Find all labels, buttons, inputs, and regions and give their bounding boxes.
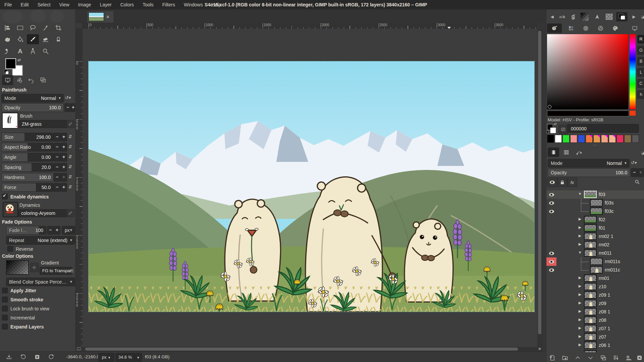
color-tab-watercolor[interactable] bbox=[581, 23, 591, 33]
swap-colors-icon[interactable]: ⇄ bbox=[17, 58, 21, 62]
layers-collapse-icon[interactable]: ◪ bbox=[638, 148, 644, 158]
layer-row[interactable]: ▶ f02 bbox=[546, 216, 644, 224]
layer-search-icon[interactable] bbox=[634, 179, 640, 186]
merge-layer-button[interactable] bbox=[611, 353, 621, 362]
tab-colors[interactable] bbox=[616, 12, 628, 21]
menu-colors[interactable]: Colors bbox=[116, 0, 138, 9]
color-tab-cmyk[interactable] bbox=[566, 23, 576, 33]
tool-clone[interactable] bbox=[52, 34, 64, 44]
layer-row[interactable]: rm011s bbox=[546, 257, 644, 266]
size-minus-button[interactable]: − bbox=[54, 133, 60, 141]
saturation-value-square[interactable] bbox=[547, 34, 628, 109]
image-tab[interactable]: ✕ bbox=[87, 11, 113, 22]
layer-row[interactable]: ▶ z07 bbox=[546, 333, 644, 341]
layer-row[interactable]: ▶ z07 1 bbox=[546, 324, 644, 333]
tab-undo-history[interactable] bbox=[25, 75, 37, 85]
tab-scroll-left-icon[interactable]: ◀ bbox=[547, 12, 557, 21]
layer-row[interactable]: ▶ z08 1 bbox=[546, 308, 644, 316]
tab-channels[interactable] bbox=[560, 147, 572, 157]
expand-layers-checkbox[interactable]: Expand Layers bbox=[2, 324, 44, 329]
spacing-minus-button[interactable]: − bbox=[54, 163, 60, 172]
menu-windows[interactable]: Windows bbox=[179, 0, 207, 9]
tab-images[interactable] bbox=[37, 75, 48, 85]
expander-icon[interactable]: ▶ bbox=[578, 309, 582, 313]
aspect-plus-button[interactable]: + bbox=[60, 143, 67, 152]
tool-fuzzy-select[interactable] bbox=[40, 23, 52, 33]
fg-bg-mini[interactable]: ⇄ bbox=[547, 124, 557, 134]
hue-strip[interactable] bbox=[630, 34, 636, 109]
layer-row-partial[interactable] bbox=[546, 350, 644, 352]
tool-free-select[interactable] bbox=[27, 23, 39, 33]
force-link-icon[interactable]: ⇵ bbox=[68, 183, 72, 191]
dynamics-name[interactable]: coloring-Aryeom bbox=[18, 209, 71, 217]
history-swatch[interactable] bbox=[586, 135, 593, 143]
mode-reset-icon[interactable]: ↺▾ bbox=[65, 94, 71, 102]
tab-gradients[interactable] bbox=[581, 13, 589, 21]
history-swatch[interactable] bbox=[555, 135, 562, 143]
apply-jitter-checkbox[interactable]: Apply Jitter bbox=[2, 288, 36, 293]
hardness-link-icon[interactable]: ⇵ bbox=[68, 173, 72, 181]
tab-selection-editor[interactable] bbox=[604, 12, 614, 21]
layer-row[interactable]: f03c bbox=[546, 207, 644, 216]
angle-slider[interactable]: Angle0.00 bbox=[1, 153, 54, 162]
effects-header-icon[interactable]: fx bbox=[567, 178, 577, 187]
size-slider[interactable]: Size298.00 bbox=[1, 133, 54, 141]
brush-name[interactable]: ZM-grass bbox=[19, 120, 71, 128]
channel-button-b[interactable]: B bbox=[637, 57, 644, 66]
aspect-minus-button[interactable]: − bbox=[54, 143, 60, 152]
tab-paths[interactable] bbox=[573, 147, 585, 157]
channel-button-l[interactable]: L bbox=[637, 68, 644, 77]
layer-row[interactable]: ▶ z06 1 bbox=[546, 341, 644, 350]
gradient-thumbnail[interactable] bbox=[6, 260, 29, 275]
zoom-value[interactable]: 34.6 % bbox=[116, 353, 135, 362]
tool-text[interactable]: A bbox=[14, 46, 26, 56]
reset-tool-preset-icon[interactable] bbox=[47, 353, 56, 361]
tab-tool-preview[interactable] bbox=[592, 12, 602, 21]
reverse-box[interactable] bbox=[7, 246, 13, 252]
menu-edit[interactable]: Edit bbox=[16, 0, 33, 9]
unit-dropdown[interactable]: px ▼ bbox=[98, 353, 114, 362]
channel-button-r[interactable]: R bbox=[637, 35, 644, 44]
visibility-eye[interactable] bbox=[546, 190, 556, 199]
blend-color-space-dropdown[interactable]: Blend Color Space Perce…▼ bbox=[6, 278, 75, 286]
angle-plus-button[interactable]: + bbox=[60, 153, 67, 162]
color-tab-palette[interactable] bbox=[610, 23, 620, 33]
close-tab-icon[interactable]: ✕ bbox=[106, 14, 110, 19]
fade-unit-dropdown[interactable]: px▼ bbox=[62, 226, 75, 235]
expander-icon[interactable]: ▶ bbox=[578, 234, 582, 238]
aspect-ratio-slider[interactable]: Aspect Ratio0.00 bbox=[1, 143, 54, 152]
force-slider[interactable]: Force50.0 bbox=[1, 183, 54, 192]
layer-row[interactable]: ▶ z10 bbox=[546, 283, 644, 291]
menu-view[interactable]: View bbox=[55, 0, 74, 9]
tab-layers[interactable] bbox=[548, 147, 559, 157]
opacity-plus-button[interactable]: + bbox=[71, 103, 75, 112]
dock-collapse-icon[interactable]: ◪ bbox=[638, 12, 644, 21]
angle-link-icon[interactable]: ⇵ bbox=[68, 153, 72, 161]
save-tool-preset-icon[interactable] bbox=[5, 353, 13, 361]
layer-row[interactable]: ▶ z09 1 bbox=[546, 291, 644, 299]
default-colors-icon[interactable] bbox=[4, 70, 9, 74]
gradient-list-icon[interactable]: ☰ bbox=[70, 267, 74, 275]
history-swatch[interactable] bbox=[593, 135, 600, 143]
color-tab-scales[interactable] bbox=[630, 23, 640, 33]
visibility-eye[interactable] bbox=[546, 207, 556, 216]
tab-device-status[interactable] bbox=[14, 75, 25, 85]
smooth-stroke-checkbox[interactable]: Smooth stroke bbox=[2, 297, 43, 302]
history-swatch[interactable] bbox=[632, 135, 639, 143]
tool-alignment[interactable] bbox=[1, 23, 13, 33]
history-swatch[interactable] bbox=[578, 135, 585, 143]
paint-mode-dropdown[interactable]: ModeNormal▼ bbox=[1, 94, 64, 103]
expander-icon[interactable]: ▶ bbox=[578, 276, 582, 280]
history-swatch[interactable] bbox=[624, 135, 631, 143]
angle-minus-button[interactable]: − bbox=[54, 153, 60, 162]
layer-opacity-slider[interactable]: Opacity100.0 bbox=[548, 168, 630, 177]
tool-bucket-fill[interactable] bbox=[14, 34, 26, 44]
new-group-button[interactable] bbox=[560, 353, 570, 362]
tool-zoom[interactable] bbox=[40, 46, 52, 56]
gradient-flip-icon[interactable] bbox=[30, 263, 39, 272]
opacity-slider[interactable]: Opacity100.0 bbox=[1, 103, 64, 112]
restore-tool-preset-icon[interactable] bbox=[19, 353, 28, 361]
visibility-header-icon[interactable] bbox=[547, 178, 557, 187]
fade-minus-button[interactable]: − bbox=[47, 226, 54, 235]
channel-button-h[interactable]: h bbox=[637, 90, 644, 99]
